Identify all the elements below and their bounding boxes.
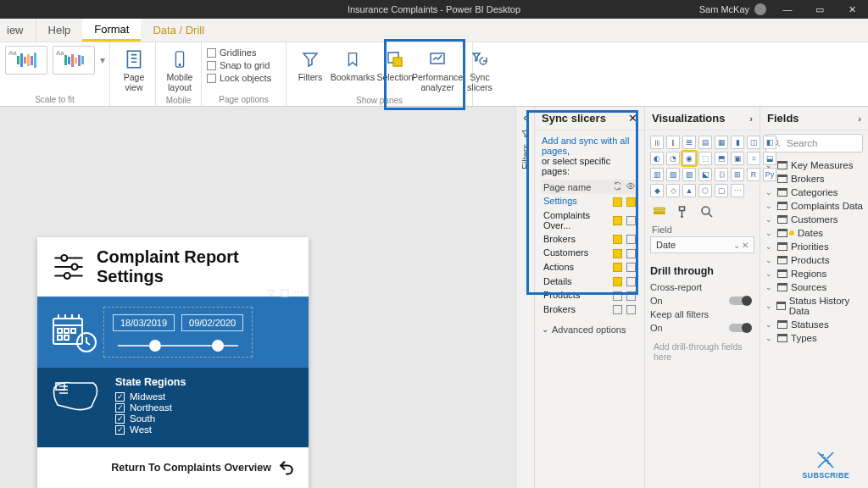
viz-type-icon[interactable]: ◧ [763,136,776,149]
tab-view[interactable]: iew [0,19,36,42]
sync-page-row[interactable]: Brokers [542,232,637,247]
window-close[interactable]: ✕ [836,0,868,19]
viz-type-icon[interactable]: ⬚ [698,152,712,165]
range-handle-end[interactable] [212,340,224,352]
return-button[interactable]: Return To Complaints Overview [37,447,309,488]
sync-page-row[interactable]: Products [542,288,637,302]
field-table[interactable]: ⌄Complaints Data [765,199,863,213]
viz-type-icon[interactable]: ▮ [731,136,744,149]
field-table[interactable]: ⌄Customers [765,213,863,226]
sync-page-row[interactable]: Details [542,274,637,288]
visible-checkbox[interactable] [626,291,636,301]
region-item[interactable]: ✓South [115,413,186,424]
visible-checkbox[interactable] [626,216,636,225]
sync-slicers-button[interactable]: Sync slicers [461,46,498,94]
sync-checkbox[interactable] [613,291,622,301]
date-range-track[interactable] [118,345,238,347]
tab-format[interactable]: Format [82,19,141,42]
lock-objects-checkbox[interactable]: Lock objects [207,73,271,83]
sync-checkbox[interactable] [613,263,622,272]
analytics-tab-icon[interactable] [699,204,715,219]
viz-type-icon[interactable]: ▣ [731,152,744,165]
visible-checkbox[interactable] [626,305,636,314]
tab-data-drill[interactable]: Data / Drill [141,19,216,42]
snap-to-grid-checkbox[interactable]: Snap to grid [207,60,270,70]
field-table[interactable]: ⌄Brokers [765,172,863,186]
field-well-date[interactable]: Date ⌄✕ [650,236,754,253]
field-table[interactable]: ⌄Priorities [765,240,863,253]
viz-type-icon[interactable]: ⋯ [731,184,744,197]
user-area[interactable]: Sam McKay [699,3,766,15]
visual-more-icon[interactable]: ⋯ [293,288,303,298]
sync-checkbox[interactable] [613,249,622,258]
sync-all-pages-link[interactable]: Add and sync with all pages [542,136,629,156]
field-table[interactable]: ⌄Products [765,253,863,267]
window-maximize[interactable]: ▭ [804,0,836,19]
viz-type-icon[interactable]: ◔ [666,152,680,165]
date-range-slicer[interactable]: 18/03/2019 09/02/2020 [103,307,253,358]
fields-search-input[interactable]: Search [765,134,863,152]
collapse-fields-icon[interactable]: › [858,114,861,124]
viz-type-icon[interactable]: ▢ [715,184,728,197]
viz-type-icon[interactable]: ▲ [682,184,696,197]
sync-page-row[interactable]: Settings [542,194,637,208]
format-tab-icon[interactable] [676,204,691,219]
field-table[interactable]: ⌄Statuses [765,318,863,331]
region-item[interactable]: ✓Midwest [115,391,186,402]
viz-type-icon[interactable]: ⫼ [650,136,664,149]
theme-preview-1[interactable]: Aa [5,46,47,75]
viz-type-icon[interactable]: ⌗ [747,152,760,165]
visible-checkbox[interactable] [626,263,636,272]
subscribe-badge[interactable]: SUBSCRIBE [802,451,849,480]
avatar[interactable] [754,3,766,15]
viz-type-icon[interactable]: ◫ [747,136,760,149]
visible-checkbox[interactable] [626,235,636,244]
sync-checkbox[interactable] [613,197,622,207]
bookmarks-button[interactable]: Bookmarks [334,46,371,85]
selection-button[interactable]: Selection [376,46,414,85]
drill-fields-drop[interactable]: Add drill-through fields here [650,336,754,367]
sync-page-row[interactable]: Actions [542,260,637,274]
keep-filters-toggle[interactable] [729,324,751,332]
date-to-input[interactable]: 09/02/2020 [181,314,243,331]
chevron-down-icon[interactable]: ⌄ [733,241,740,250]
date-from-input[interactable]: 18/03/2019 [113,314,175,331]
viz-type-icon[interactable]: ◉ [682,152,696,165]
viz-type-icon[interactable]: Py [763,168,776,181]
region-item[interactable]: ✓West [115,424,186,435]
close-icon[interactable]: ✕ [628,112,637,125]
filters-pane-collapsed[interactable]: ‹ Filters [515,107,534,488]
viz-type-icon[interactable]: ◐ [650,152,664,165]
advanced-options-toggle[interactable]: Advanced options [542,324,637,335]
field-table[interactable]: ⌄Types [765,331,863,345]
viz-type-icon[interactable]: ▥ [650,168,664,181]
page-view-button[interactable]: Page view [115,46,153,94]
sync-page-row[interactable]: Customers [542,246,637,260]
viz-type-icon[interactable]: ◆ [650,184,664,197]
collapse-viz-icon[interactable]: › [749,114,753,124]
viz-type-icon[interactable]: ⬓ [763,152,776,165]
visible-checkbox[interactable] [626,277,636,286]
viz-type-icon[interactable]: ◇ [666,184,680,197]
viz-type-icon[interactable]: ⬡ [698,184,712,197]
sync-checkbox[interactable] [613,235,622,244]
viz-type-icon[interactable]: ▧ [666,168,680,181]
sync-checkbox[interactable] [613,277,622,286]
region-item[interactable]: ✓Northeast [115,402,186,413]
viz-type-icon[interactable]: ⫿ [666,136,680,149]
viz-type-icon[interactable]: ⬒ [715,152,728,165]
tab-help[interactable]: Help [36,19,83,42]
field-table[interactable]: ⌄Key Measures [765,158,863,172]
sync-checkbox[interactable] [613,216,622,225]
cross-report-toggle[interactable] [729,297,751,305]
field-table[interactable]: ⌄Sources [765,280,863,294]
filters-pane-button[interactable]: Filters [292,46,329,85]
field-table[interactable]: ⌄Categories [765,186,863,199]
viz-type-icon[interactable]: 𝌆 [682,136,696,149]
performance-analyzer-button[interactable]: Performance analyzer [419,46,456,94]
viz-type-icon[interactable]: ⊞ [731,168,744,181]
viz-type-icon[interactable]: R [747,168,760,181]
remove-field-icon[interactable]: ✕ [742,241,748,250]
field-table[interactable]: ⌄Dates [765,226,863,240]
sync-checkbox[interactable] [613,305,622,314]
